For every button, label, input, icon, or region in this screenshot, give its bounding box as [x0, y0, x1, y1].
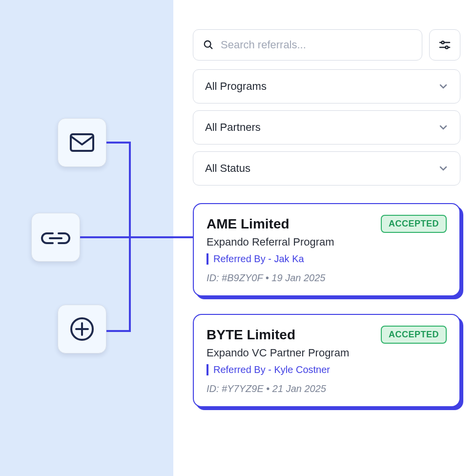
search-input[interactable] — [221, 39, 412, 51]
referral-card[interactable]: AME Limited ACCEPTED Expando Referral Pr… — [193, 203, 460, 296]
mail-icon — [69, 133, 95, 152]
filter-button[interactable] — [429, 29, 460, 61]
card-referred-by: Referred By - Kyle Costner — [207, 364, 447, 375]
programs-dropdown[interactable]: All Programs — [193, 69, 460, 103]
card-meta: ID: #B9ZY0F • 19 Jan 2025 — [207, 272, 447, 284]
search-input-wrapper[interactable] — [193, 29, 422, 61]
mail-tile[interactable] — [58, 118, 106, 167]
card-title: AME Limited — [207, 216, 290, 232]
referral-card[interactable]: BYTE Limited ACCEPTED Expando VC Partner… — [193, 314, 460, 407]
status-dropdown[interactable]: All Status — [193, 151, 460, 186]
connector-line — [106, 142, 130, 144]
connector-line — [80, 236, 130, 238]
diagram-pane — [0, 0, 173, 476]
search-icon — [203, 40, 214, 50]
chevron-down-icon — [438, 123, 448, 132]
connector-line — [106, 330, 130, 332]
sliders-icon — [438, 39, 451, 51]
plus-circle-icon — [69, 316, 95, 342]
svg-point-10 — [445, 46, 448, 48]
plus-tile[interactable] — [58, 305, 106, 353]
card-referred-by: Referred By - Jak Ka — [207, 253, 447, 265]
partners-dropdown[interactable]: All Partners — [193, 110, 460, 145]
svg-rect-0 — [71, 134, 93, 151]
dropdown-label: All Partners — [205, 121, 261, 134]
status-badge: ACCEPTED — [381, 215, 447, 233]
card-program: Expando VC Partner Program — [207, 347, 447, 359]
link-icon — [40, 229, 71, 245]
svg-line-6 — [210, 46, 212, 49]
status-badge: ACCEPTED — [381, 326, 447, 344]
link-tile[interactable] — [31, 213, 80, 262]
dropdown-label: All Status — [205, 162, 250, 175]
chevron-down-icon — [438, 82, 448, 91]
dropdown-label: All Programs — [205, 80, 267, 93]
card-title: BYTE Limited — [207, 327, 295, 343]
content-pane: All Programs All Partners All Status AME… — [173, 0, 476, 476]
svg-point-8 — [441, 41, 444, 43]
chevron-down-icon — [438, 164, 448, 173]
card-program: Expando Referral Program — [207, 236, 447, 248]
card-meta: ID: #Y7YZ9E • 21 Jan 2025 — [207, 383, 447, 394]
